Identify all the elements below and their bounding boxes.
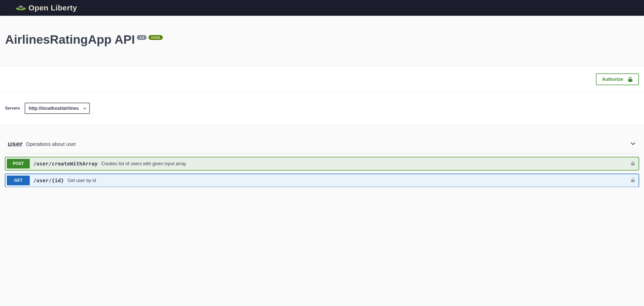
tag-description: Operations about user <box>26 141 76 147</box>
svg-rect-3 <box>628 79 632 82</box>
svg-point-2 <box>19 6 22 7</box>
operation-summary: Get user by id <box>67 178 96 183</box>
svg-rect-4 <box>631 163 635 165</box>
tag-name: user <box>8 140 23 148</box>
unlock-icon <box>631 161 635 167</box>
server-select[interactable]: http://localhost/airlines <box>25 103 90 114</box>
topbar: Open Liberty <box>0 0 644 16</box>
unlock-icon <box>628 76 633 82</box>
api-version-badge: 1.0 <box>137 35 147 40</box>
authorize-label: Authorize <box>602 77 623 82</box>
unlock-icon <box>631 177 635 183</box>
api-hero: AirlinesRatingApp API 1.0 OAS3 <box>0 16 644 66</box>
auth-section: Authorize <box>0 66 644 93</box>
method-badge-post: POST <box>7 159 30 169</box>
operation-row[interactable]: POST /user/createWithArray Creates list … <box>5 157 639 170</box>
operation-path: /user/{id} <box>33 177 64 183</box>
servers-label: Servers <box>5 106 20 111</box>
tag-section: user Operations about user POST /user/cr… <box>0 125 644 187</box>
tag-header[interactable]: user Operations about user <box>5 139 639 154</box>
ufo-icon <box>15 4 26 12</box>
operation-summary: Creates list of users with given input a… <box>101 161 186 166</box>
method-badge-get: GET <box>7 176 30 185</box>
servers-section: Servers http://localhost/airlines <box>0 93 644 125</box>
svg-rect-5 <box>631 180 635 182</box>
operation-path: /user/createWithArray <box>33 161 98 167</box>
brand-logo: Open Liberty <box>15 4 77 12</box>
authorize-button[interactable]: Authorize <box>596 73 639 85</box>
api-title: AirlinesRatingApp API <box>5 34 135 46</box>
chevron-down-icon <box>630 140 636 148</box>
oas-badge: OAS3 <box>149 35 163 40</box>
operation-row[interactable]: GET /user/{id} Get user by id <box>5 174 639 187</box>
brand-name: Open Liberty <box>28 4 77 12</box>
